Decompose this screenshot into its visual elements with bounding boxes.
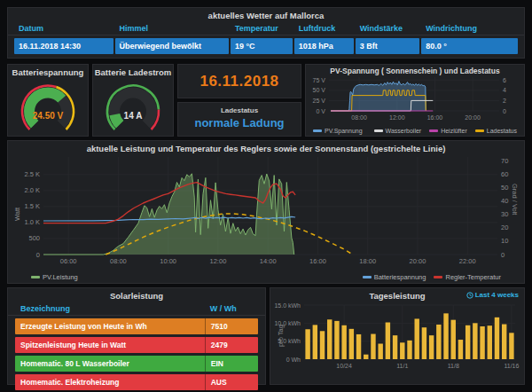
x-axis-tick-label: 16:00 [427,114,443,121]
legend-group: WasserboilerHeizlüfterLadestatus [374,128,517,134]
daily-bar [502,325,506,359]
y-axis-tick-label: 0 [36,251,40,259]
main-chart-panel: aktuelle Leistung und Temperatur des Reg… [7,140,525,284]
battery-voltage-gauge: 24.50 V [8,77,88,137]
weather-value-cell: 16.11.2018 14:30 [14,38,113,54]
y-axis-tick-label: 50 V [313,87,326,93]
daily-bar [320,331,325,359]
solar-row-label: Spitzenleistung Heute in Watt [15,337,205,353]
weather-value-cell: 80.0 ° [421,38,518,54]
daily-bar [429,335,434,359]
y-axis-tick-label: 0 [501,251,505,259]
charge-status-title[interactable]: Ladestatus [178,103,301,114]
solar-column-header[interactable]: W / Wh [205,304,258,313]
solar-column-header[interactable]: Bezeichnung [15,304,205,313]
x-axis-tick-label: 06:00 [60,257,77,265]
daily-bar [436,325,441,359]
legend-item[interactable]: Batteriespannung [363,273,426,281]
legend-series-marker [429,129,438,132]
daily-bar [371,334,375,359]
solar-row-label: Homematic. 80 L Wasserboiler [15,356,205,372]
daily-output-chart[interactable]: 0 Wh5.0 kWh10.0 kWh15.0 kWh10/2411/111/8… [270,301,524,384]
solar-table-header: BezeichnungW / Wh [8,304,265,316]
legend-series-label: Regler-Temperatur [445,273,501,281]
current-date-value: 16.11.2018 [178,65,301,98]
legend-item[interactable]: Wasserboiler [374,128,422,134]
weather-column-header[interactable]: Luftdruck [294,24,354,33]
pv-voltage-chart[interactable]: 08:0012:0016:0020:000 V25 V50 V75 V0246 [306,74,524,125]
solar-row-label: Homematic. Elektroheizung [15,374,205,390]
daily-bar [364,355,368,359]
legend-item[interactable]: PV.Spannung [313,128,363,134]
battery-voltage-title[interactable]: Batteriespannung [8,65,88,77]
y-axis-tick-label: 60 [501,170,508,178]
daily-bar [466,325,470,359]
legend-item[interactable]: PV.Leistung [31,273,78,281]
legend-series-label: Ladestatus [487,128,517,134]
weather-value-row: 16.11.2018 14:30Überwiegend bewölkt19 °C… [8,38,524,54]
time-range-selector[interactable]: Last 4 weeks [466,291,519,299]
x-axis-tick-label: 10:00 [160,257,176,265]
solar-row-value: AUS [205,374,258,390]
weather-column-header[interactable]: Datum [14,24,113,33]
x-axis-tick-label: 22:00 [459,257,476,265]
daily-bar [473,323,477,359]
x-axis-tick-label: 11/1 [396,363,408,369]
main-chart-title[interactable]: aktuelle Leistung und Temperatur des Reg… [8,141,524,153]
weather-value-cell: 19 °C [231,38,293,54]
x-axis-tick-label: 12:00 [210,257,227,265]
weather-column-header[interactable]: Windrichtung [421,24,518,33]
solar-table-row: Spitzenleistung Heute in Watt2479 [15,337,258,353]
y-axis-tick-label: 2.5 K [24,170,40,178]
weather-panel-title[interactable]: aktuelles Wetter auf Mallorca [8,8,524,20]
daily-bar [327,319,332,359]
legend-item[interactable]: Heizlüfter [429,128,467,134]
y-axis-tick-label: 75 V [313,77,326,83]
y-axis-tick-label: 1.0 K [24,218,40,226]
daily-bar [415,318,419,359]
x-axis-tick-label: 10/24 [336,363,352,369]
solar-table-row: Homematic. ElektroheizungAUS [15,374,258,390]
battery-current-gauge: 14 A [93,77,173,137]
main-chart[interactable]: 06:0008:0010:0012:0014:0016:0018:0020:00… [8,153,524,270]
time-range-label: Last 4 weeks [475,291,519,299]
main-left-axis-label: Watt [13,208,21,221]
daily-bar [458,340,463,359]
x-axis-tick-label: 08:00 [351,114,367,121]
date-panel: 16.11.2018 [177,64,301,98]
weather-column-header[interactable]: Temperatur [231,24,293,33]
daily-output-panel: Tagesleistung Last 4 weeks 0 Wh5.0 kWh10… [270,287,525,385]
weather-column-header[interactable]: Himmel [115,24,229,33]
y-axis-tick-label: 4 [503,87,506,93]
legend-series-marker [313,129,322,132]
y-axis-tick-label: 50 [501,184,508,192]
pv-chart-legend: PV.SpannungWasserboilerHeizlüfterLadesta… [313,128,517,134]
x-axis-tick-label: 11/8 [448,363,459,369]
weather-column-header[interactable]: Windstärke [356,24,420,33]
weather-value-cell: 3 Bft [356,38,420,54]
battery-current-title[interactable]: Batterie Ladestrom [93,65,173,77]
legend-item[interactable]: Regler-Temperatur [434,273,501,281]
weather-value-cell: Überwiegend bewölkt [115,38,229,54]
clock-icon [466,292,473,299]
y-axis-tick-label: 2.0 K [24,186,40,194]
y-axis-tick-label: 30 [501,210,508,218]
legend-item[interactable]: Ladestatus [475,128,517,134]
x-axis-tick-label: 18:00 [359,257,376,265]
weather-header-row: DatumHimmelTemperaturLuftdruckWindstärke… [8,24,524,35]
legend-group: PV.Spannung [313,128,363,134]
solar-row-value: EIN [205,356,258,372]
gauge-fill [114,114,120,124]
legend-series-label: PV.Leistung [43,273,78,281]
solar-table-row: Homematic. 80 L WasserboilerEIN [15,356,258,372]
legend-series-marker [475,129,484,132]
solar-table-title[interactable]: Solarleistung [8,288,265,301]
y-axis-tick-label: 70 [501,157,508,165]
y-axis-tick-label: 0 [503,108,506,114]
weather-value-cell: 1018 hPa [294,38,354,54]
daily-bar [349,329,354,359]
y-axis-tick-label: 500 [28,234,40,242]
daily-bar [451,320,456,359]
y-axis-tick-label: 0 Wh [286,357,301,363]
legend-series-label: Batteriespannung [374,273,426,281]
